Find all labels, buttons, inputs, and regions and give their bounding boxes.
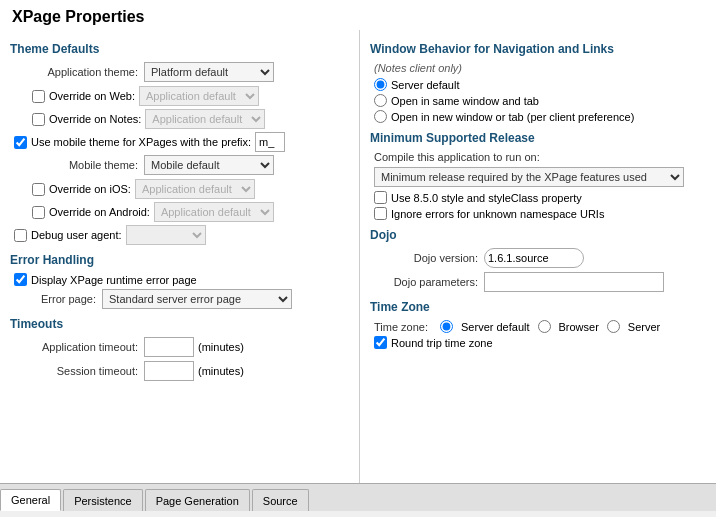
display-error-checkbox[interactable] — [14, 273, 27, 286]
tab-general[interactable]: General — [0, 489, 61, 511]
new-window-label: Open in new window or tab (per client pr… — [391, 111, 634, 123]
use-mobile-checkbox[interactable] — [14, 136, 27, 149]
ignore-errors-row: Ignore errors for unknown namespace URIs — [370, 207, 706, 220]
tz-server-label: Server — [628, 321, 660, 333]
app-timeout-row: Application timeout: (minutes) — [10, 337, 349, 357]
server-default-label: Server default — [391, 79, 459, 91]
dojo-header: Dojo — [370, 228, 706, 242]
mobile-theme-label: Mobile theme: — [14, 159, 144, 171]
compile-label: Compile this application to run on: — [370, 151, 706, 163]
override-notes-select[interactable]: Application default — [145, 109, 265, 129]
dojo-params-row: Dojo parameters: — [370, 272, 706, 292]
dojo-version-label: Dojo version: — [374, 252, 484, 264]
new-window-radio[interactable] — [374, 110, 387, 123]
mobile-prefix-input[interactable] — [255, 132, 285, 152]
round-trip-label: Round trip time zone — [391, 337, 493, 349]
display-error-row: Display XPage runtime error page — [10, 273, 349, 286]
app-theme-label: Application theme: — [14, 66, 144, 78]
ignore-errors-checkbox[interactable] — [374, 207, 387, 220]
session-timeout-label: Session timeout: — [14, 365, 144, 377]
right-panel: Window Behavior for Navigation and Links… — [360, 30, 716, 483]
mobile-theme-select[interactable]: Mobile default — [144, 155, 274, 175]
error-page-label: Error page: — [32, 293, 102, 305]
debug-user-agent-row: Debug user agent: — [10, 225, 349, 245]
error-page-select[interactable]: Standard server error page — [102, 289, 292, 309]
mobile-theme-row: Mobile theme: Mobile default — [10, 155, 349, 175]
override-android-label: Override on Android: — [49, 206, 150, 218]
use-850-checkbox[interactable] — [374, 191, 387, 204]
tz-server-radio[interactable] — [607, 320, 620, 333]
display-error-label: Display XPage runtime error page — [31, 274, 197, 286]
override-web-checkbox[interactable] — [32, 90, 45, 103]
min-release-select[interactable]: Minimum release required by the XPage fe… — [374, 167, 684, 187]
min-release-header: Minimum Supported Release — [370, 131, 706, 145]
same-window-radio-row: Open in same window and tab — [374, 94, 706, 107]
theme-defaults-header: Theme Defaults — [10, 42, 349, 56]
app-timeout-unit: (minutes) — [198, 341, 244, 353]
window-behavior-radio-group: Server default Open in same window and t… — [370, 78, 706, 123]
dojo-version-row: Dojo version: — [370, 248, 706, 268]
timezone-header: Time Zone — [370, 300, 706, 314]
debug-user-agent-checkbox[interactable] — [14, 229, 27, 242]
timeouts-header: Timeouts — [10, 317, 349, 331]
debug-user-agent-select[interactable] — [126, 225, 206, 245]
same-window-label: Open in same window and tab — [391, 95, 539, 107]
left-panel: Theme Defaults Application theme: Platfo… — [0, 30, 360, 483]
dojo-params-label: Dojo parameters: — [374, 276, 484, 288]
app-timeout-input[interactable] — [144, 337, 194, 357]
same-window-radio[interactable] — [374, 94, 387, 107]
dojo-params-input[interactable] — [484, 272, 664, 292]
override-web-select[interactable]: Application default — [139, 86, 259, 106]
override-notes-row: Override on Notes: Application default — [10, 109, 349, 129]
tab-persistence[interactable]: Persistence — [63, 489, 142, 511]
override-notes-checkbox[interactable] — [32, 113, 45, 126]
app-timeout-label: Application timeout: — [14, 341, 144, 353]
override-ios-label: Override on iOS: — [49, 183, 131, 195]
page-title: XPage Properties — [0, 0, 716, 30]
tab-source[interactable]: Source — [252, 489, 309, 511]
session-timeout-row: Session timeout: (minutes) — [10, 361, 349, 381]
app-theme-row: Application theme: Platform default — [10, 62, 349, 82]
use-mobile-label: Use mobile theme for XPages with the pre… — [31, 136, 251, 148]
tz-browser-radio[interactable] — [538, 320, 551, 333]
bottom-tabs: General Persistence Page Generation Sour… — [0, 483, 716, 511]
server-default-radio[interactable] — [374, 78, 387, 91]
notes-only-text: (Notes client only) — [370, 62, 706, 74]
timezone-label: Time zone: — [374, 321, 428, 333]
session-timeout-unit: (minutes) — [198, 365, 244, 377]
tz-server-default-radio[interactable] — [440, 320, 453, 333]
override-ios-row: Override on iOS: Application default — [10, 179, 349, 199]
timezone-row: Time zone: Server default Browser Server — [370, 320, 706, 333]
round-trip-checkbox[interactable] — [374, 336, 387, 349]
use-mobile-row: Use mobile theme for XPages with the pre… — [10, 132, 349, 152]
use-850-label: Use 8.5.0 style and styleClass property — [391, 192, 582, 204]
override-android-row: Override on Android: Application default — [10, 202, 349, 222]
new-window-radio-row: Open in new window or tab (per client pr… — [374, 110, 706, 123]
error-handling-header: Error Handling — [10, 253, 349, 267]
dojo-version-input[interactable] — [484, 248, 584, 268]
error-page-row: Error page: Standard server error page — [10, 289, 349, 309]
tz-server-default-label: Server default — [461, 321, 529, 333]
tz-browser-label: Browser — [559, 321, 599, 333]
server-default-radio-row: Server default — [374, 78, 706, 91]
round-trip-row: Round trip time zone — [370, 336, 706, 349]
override-ios-select[interactable]: Application default — [135, 179, 255, 199]
use-850-row: Use 8.5.0 style and styleClass property — [370, 191, 706, 204]
debug-user-agent-label: Debug user agent: — [31, 229, 122, 241]
override-notes-label: Override on Notes: — [49, 113, 141, 125]
app-theme-select[interactable]: Platform default — [144, 62, 274, 82]
min-release-select-row: Minimum release required by the XPage fe… — [370, 167, 706, 187]
override-ios-checkbox[interactable] — [32, 183, 45, 196]
session-timeout-input[interactable] — [144, 361, 194, 381]
window-behavior-header: Window Behavior for Navigation and Links — [370, 42, 706, 56]
ignore-errors-label: Ignore errors for unknown namespace URIs — [391, 208, 604, 220]
override-web-label: Override on Web: — [49, 90, 135, 102]
override-android-select[interactable]: Application default — [154, 202, 274, 222]
override-web-row: Override on Web: Application default — [10, 86, 349, 106]
override-android-checkbox[interactable] — [32, 206, 45, 219]
tab-page-generation[interactable]: Page Generation — [145, 489, 250, 511]
